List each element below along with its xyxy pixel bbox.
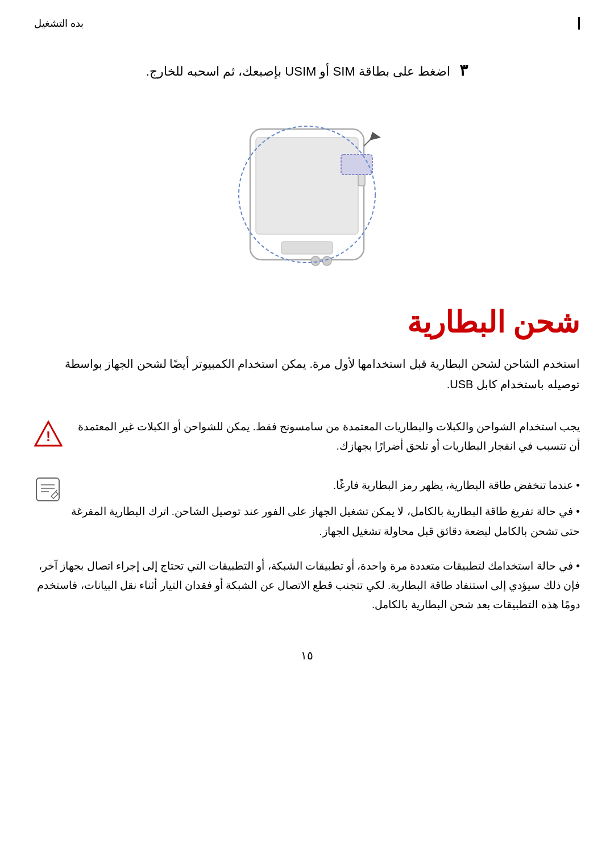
svg-rect-12 (36, 478, 59, 501)
note-3-text: • في حالة استخدامك لتطبيقات متعددة مرة و… (34, 556, 580, 615)
note-icon (34, 476, 61, 503)
svg-rect-2 (281, 242, 333, 254)
note-2: • في حالة تفريغ طاقة البطارية بالكامل، ل… (70, 502, 580, 541)
charging-section-title: شحن البطارية (34, 305, 580, 339)
page-number: ١٥ (34, 649, 580, 674)
note-text-group: • عندما تنخفض طاقة البطارية، يظهر رمز ال… (70, 476, 580, 548)
device-image-container (171, 101, 443, 283)
svg-rect-1 (256, 138, 358, 234)
svg-marker-16 (51, 492, 58, 499)
svg-line-17 (56, 490, 57, 492)
step-3-instruction: ٣ اضغط على بطاقة SIM أو USIM بإصبعك، ثم … (34, 58, 580, 84)
step-number: ٣ (459, 61, 468, 79)
svg-point-4 (311, 256, 320, 265)
svg-point-3 (322, 256, 331, 265)
svg-rect-6 (341, 155, 372, 175)
note-1: • عندما تنخفض طاقة البطارية، يظهر رمز ال… (70, 476, 580, 495)
warning-box: ! يجب استخدام الشواحن والكبلات والبطاريا… (34, 412, 580, 462)
header-title: بده التشغيل (34, 17, 84, 30)
warning-icon: ! (34, 420, 63, 448)
step-3-text: اضغط على بطاقة SIM أو USIM بإصبعك، ثم اس… (146, 64, 450, 78)
header-bar: بده التشغيل (34, 17, 580, 30)
step-3-section: ٣ اضغط على بطاقة SIM أو USIM بإصبعك، ثم … (34, 58, 580, 283)
svg-text:!: ! (46, 429, 51, 444)
page-container: بده التشغيل ٣ اضغط على بطاقة SIM أو USIM… (0, 0, 614, 868)
warning-text: يجب استخدام الشواحن والكبلات والبطاريات … (71, 417, 580, 456)
notes-group: • عندما تنخفض طاقة البطارية، يظهر رمز ال… (34, 476, 580, 548)
bullet-item-3: • في حالة استخدامك لتطبيقات متعددة مرة و… (34, 556, 580, 615)
svg-marker-8 (370, 132, 381, 140)
charging-intro-text: استخدم الشاحن لشحن البطارية قبل استخدامه… (34, 354, 580, 394)
device-illustration (176, 106, 438, 277)
